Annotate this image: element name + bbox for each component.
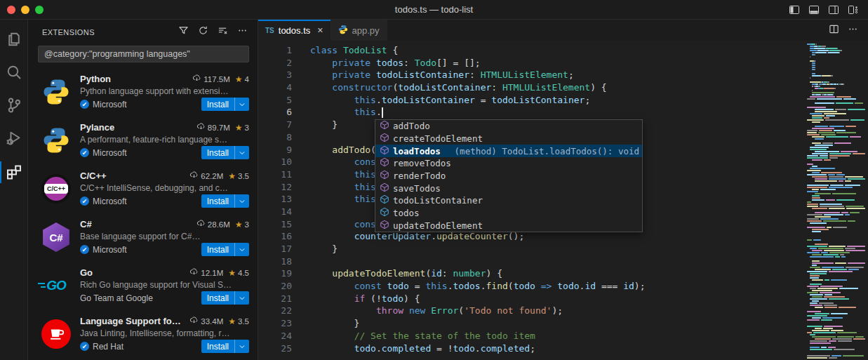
chevron-down-icon (239, 292, 246, 305)
line-number: 14 (258, 206, 292, 218)
line-number: 3 (258, 69, 292, 81)
install-split-button: Install (201, 243, 249, 256)
search-icon (6, 64, 22, 84)
activitybar-explorer[interactable] (0, 24, 28, 57)
install-options-dropdown[interactable] (235, 146, 249, 159)
install-button[interactable]: Install (201, 340, 234, 353)
install-button[interactable]: Install (201, 291, 234, 305)
suggest-item[interactable]: todos (375, 207, 642, 220)
code-line: constructor(todoListContainer: HTMLUList… (310, 81, 646, 94)
install-button[interactable]: Install (201, 146, 234, 159)
symbol-method-icon (378, 120, 393, 132)
download-icon (189, 316, 199, 326)
close-window-button[interactable] (7, 6, 15, 14)
more-actions-button[interactable] (235, 25, 249, 39)
suggest-label: createTodoElement (393, 133, 483, 144)
extension-item[interactable]: C/C++ C/C++ 62.2M ★3.5 C/C++ IntelliSens… (28, 165, 258, 213)
star-icon: ★ (228, 268, 236, 278)
activitybar-source-control[interactable] (0, 90, 28, 123)
install-split-button: Install (201, 98, 249, 111)
extension-item[interactable]: GO Go 12.1M ★4.5 Rich Go language suppor… (28, 262, 258, 310)
suggest-item[interactable]: createTodoElement (375, 133, 642, 145)
layout-controls (788, 4, 860, 16)
editor-pane[interactable]: 1234567891011121314151617181920212223242… (258, 41, 868, 360)
line-number: 4 (258, 81, 292, 94)
extension-item[interactable]: Language Support fo… 33.4M ★3.5 Java Lin… (28, 310, 258, 359)
install-button[interactable]: Install (201, 194, 234, 208)
extension-description: Java Linting, Intellisense, formatting, … (80, 328, 249, 338)
tab-label: todos.ts (279, 25, 311, 36)
explorer-icon (6, 31, 22, 51)
install-options-dropdown[interactable] (235, 340, 249, 353)
clear-search-results-button[interactable] (215, 25, 229, 39)
extension-publisher: ✔Microsoft (80, 196, 127, 206)
extension-description: A performant, feature-rich language s… (80, 135, 249, 145)
refresh-icon (198, 25, 208, 39)
activitybar-extensions[interactable] (0, 156, 28, 189)
refresh-button[interactable] (196, 25, 210, 39)
activity-bar (0, 20, 28, 360)
tab-app.py[interactable]: app.py (331, 20, 387, 41)
extensions-list: Python 117.5M ★4 Python language support… (28, 68, 258, 360)
text-cursor (382, 107, 383, 118)
filter-button[interactable] (176, 25, 190, 39)
extension-item[interactable]: Pylance 89.7M ★3 A performant, feature-r… (28, 116, 258, 165)
extension-item[interactable]: C# C# 28.6M ★3 Base language support for… (28, 213, 258, 262)
download-icon (189, 267, 199, 278)
suggest-item[interactable]: addTodo (375, 120, 642, 133)
suggest-item[interactable]: loadTodos (method) TodoList.loadTodos():… (375, 145, 642, 157)
suggest-label: saveTodos (393, 183, 441, 194)
extensions-search-input[interactable] (38, 46, 249, 62)
suggest-item[interactable]: updateTodoElement (375, 220, 642, 232)
vscode-window: todos.ts — todo-list EXTENSIONS Python (0, 0, 868, 360)
title-bar: todos.ts — todo-list (0, 0, 868, 20)
code-line: this. (310, 106, 646, 119)
close-tab-icon[interactable]: × (317, 25, 323, 36)
install-options-dropdown[interactable] (235, 194, 249, 208)
suggest-item[interactable]: renderTodo (375, 170, 642, 182)
line-number: 24 (258, 330, 292, 342)
line-number: 16 (258, 230, 292, 243)
window-title: todos.ts — todo-list (0, 4, 868, 15)
maximize-window-button[interactable] (35, 6, 44, 14)
chevron-down-icon (239, 340, 246, 353)
download-icon (196, 219, 206, 229)
activitybar-search[interactable] (0, 57, 28, 90)
extension-name: Pylance (80, 122, 114, 133)
layout-sidebar-icon[interactable] (788, 4, 801, 16)
more-actions-icon[interactable] (848, 24, 858, 37)
code-line: private todoListContainer: HTMLUListElem… (310, 69, 646, 81)
line-number: 12 (258, 181, 292, 194)
window-controls (7, 6, 44, 14)
symbol-field-icon (378, 194, 393, 206)
extension-item[interactable]: Python 117.5M ★4 Python language support… (28, 68, 258, 116)
activitybar-run-debug[interactable] (0, 123, 28, 156)
layout-customize-icon[interactable] (847, 4, 860, 16)
verified-publisher-icon: ✔ (80, 342, 89, 351)
python-logo-icon (42, 126, 70, 154)
extensions-icon (6, 163, 22, 182)
verified-publisher-icon: ✔ (80, 196, 89, 206)
extensions-sidebar: EXTENSIONS Python 117.5M ★4 Python langu… (28, 20, 258, 360)
minimap[interactable] (800, 41, 868, 360)
filter-icon (178, 25, 189, 39)
install-button[interactable]: Install (201, 243, 234, 256)
extension-publisher: ✔Red Hat (80, 342, 123, 352)
layout-panel-icon[interactable] (808, 4, 820, 16)
minimize-window-button[interactable] (21, 6, 29, 14)
suggest-label: todoListContainer (393, 195, 483, 206)
install-button[interactable]: Install (201, 98, 234, 111)
suggest-item[interactable]: saveTodos (375, 182, 642, 194)
suggest-item[interactable]: todoListContainer (375, 194, 642, 207)
install-options-dropdown[interactable] (235, 243, 249, 256)
tab-todos.ts[interactable]: TS todos.ts × (258, 20, 331, 41)
line-number: 15 (258, 218, 292, 231)
install-options-dropdown[interactable] (235, 98, 249, 111)
typescript-file-icon: TS (265, 27, 274, 34)
install-options-dropdown[interactable] (235, 291, 249, 305)
split-editor-icon[interactable] (829, 24, 839, 37)
extension-stats: 33.4M ★3.5 (185, 316, 249, 326)
star-icon: ★ (235, 220, 243, 229)
layout-sidebar-right-icon[interactable] (827, 4, 840, 16)
suggest-item[interactable]: removeTodos (375, 157, 642, 170)
